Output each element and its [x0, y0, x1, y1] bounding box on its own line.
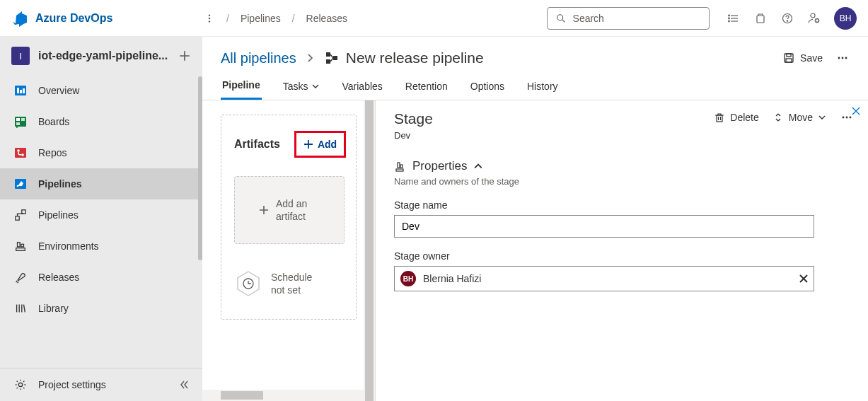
tab-label: History — [527, 81, 558, 92]
sidebar-item-pipelines[interactable]: Pipelines — [0, 168, 202, 199]
stage-name-input[interactable] — [394, 215, 814, 238]
all-pipelines-link[interactable]: All pipelines — [221, 50, 296, 66]
svg-rect-31 — [16, 248, 25, 251]
svg-rect-21 — [16, 118, 20, 121]
sidebar-subitem-environments[interactable]: Environments — [0, 231, 202, 262]
tab-label: Tasks — [283, 81, 308, 92]
search-input[interactable] — [573, 13, 702, 24]
save-label: Save — [800, 52, 823, 64]
pipeline-canvas: Artifacts Add Add an artifact — [202, 100, 375, 401]
project-add-icon[interactable] — [178, 50, 191, 62]
stage-owner-input[interactable]: BH Blernia Hafizi — [394, 266, 814, 291]
repos-icon — [13, 145, 28, 161]
remove-owner-icon[interactable] — [799, 274, 808, 283]
sidebar-subitem-library[interactable]: Library — [0, 293, 202, 324]
svg-rect-29 — [16, 216, 19, 220]
sidebar-item-label: Overview — [38, 85, 79, 96]
sidebar-item-label: Releases — [38, 272, 79, 283]
svg-rect-24 — [15, 148, 26, 158]
properties-toggle[interactable]: Properties — [394, 159, 854, 173]
user-settings-icon[interactable] — [807, 11, 821, 25]
sidebar-item-label: Repos — [38, 147, 66, 158]
search-box[interactable] — [547, 7, 710, 30]
sidebar-item-label: Pipelines — [38, 209, 79, 221]
panel-actions: Delete Move — [714, 110, 854, 124]
canvas-scrollbar-horizontal[interactable] — [202, 390, 364, 401]
svg-point-8 — [729, 15, 730, 16]
close-panel-icon[interactable] — [851, 106, 861, 116]
svg-line-37 — [24, 305, 25, 313]
more-vertical-icon[interactable] — [202, 11, 216, 25]
boards-icon — [13, 114, 28, 129]
tab-variables[interactable]: Variables — [340, 72, 383, 100]
svg-point-28 — [17, 185, 19, 187]
svg-rect-17 — [17, 88, 19, 93]
svg-point-3 — [557, 14, 563, 20]
panel-subheading: Dev — [394, 130, 433, 141]
user-avatar[interactable]: BH — [834, 7, 857, 30]
sidebar-item-label: Boards — [38, 116, 69, 127]
release-pipeline-icon — [325, 51, 339, 65]
breadcrumb-releases[interactable]: Releases — [306, 13, 347, 24]
trash-icon — [714, 112, 724, 122]
svg-point-0 — [209, 14, 210, 16]
move-button[interactable]: Move — [773, 112, 826, 123]
tab-label: Retention — [405, 81, 448, 92]
svg-point-38 — [18, 383, 22, 386]
chevron-down-icon — [312, 83, 319, 90]
more-options-icon[interactable] — [835, 51, 850, 65]
tab-options[interactable]: Options — [469, 72, 506, 100]
svg-rect-23 — [16, 122, 20, 125]
plus-icon — [303, 139, 313, 149]
artifacts-title: Artifacts — [234, 138, 280, 151]
project-settings[interactable]: Project settings — [0, 368, 202, 401]
svg-rect-46 — [786, 59, 792, 62]
move-label: Move — [789, 112, 813, 123]
tab-label: Options — [470, 81, 504, 92]
add-artifact-tile[interactable]: Add an artifact — [234, 176, 345, 244]
sidebar-item-boards[interactable]: Boards — [0, 106, 202, 137]
tab-history[interactable]: History — [526, 72, 560, 100]
list-icon[interactable] — [727, 11, 741, 25]
svg-rect-45 — [787, 54, 791, 57]
sidebar: I iot-edge-yaml-pipeline... Overview Boa… — [0, 37, 202, 401]
schedule-row[interactable]: Schedule not set — [234, 269, 343, 298]
project-row[interactable]: I iot-edge-yaml-pipeline... — [0, 37, 202, 75]
brand-area[interactable]: Azure DevOps — [11, 10, 202, 27]
sidebar-item-overview[interactable]: Overview — [0, 75, 202, 106]
marketplace-icon[interactable] — [753, 11, 768, 25]
svg-point-1 — [209, 17, 210, 18]
sidebar-subitem-pipelines[interactable]: Pipelines — [0, 199, 202, 231]
svg-rect-41 — [333, 56, 337, 60]
sidebar-subitem-releases[interactable]: Releases — [0, 262, 202, 293]
properties-label: Properties — [412, 159, 467, 173]
top-bar: Azure DevOps / Pipelines / Releases — [0, 0, 868, 37]
sidebar-item-label: Pipelines — [38, 178, 81, 190]
sidebar-item-repos[interactable]: Repos — [0, 137, 202, 168]
svg-rect-18 — [20, 90, 22, 93]
delete-button[interactable]: Delete — [714, 112, 758, 123]
collapse-chevron-icon[interactable] — [178, 379, 190, 390]
svg-rect-39 — [326, 52, 330, 57]
help-icon[interactable] — [780, 11, 794, 25]
svg-point-49 — [845, 57, 847, 59]
slash-icon: / — [226, 13, 229, 24]
sidebar-item-label: Library — [38, 303, 69, 314]
add-artifact-button[interactable]: Add — [294, 131, 346, 158]
canvas-scrollbar-vertical[interactable] — [364, 100, 375, 401]
svg-rect-40 — [326, 59, 330, 64]
top-icon-group: BH — [727, 7, 857, 30]
save-button[interactable]: Save — [783, 52, 823, 64]
artifacts-section: Artifacts Add Add an artifact — [221, 115, 357, 320]
svg-point-55 — [850, 117, 852, 119]
breadcrumb-pipelines[interactable]: Pipelines — [241, 13, 281, 24]
library-icon — [13, 301, 28, 316]
tab-pipeline[interactable]: Pipeline — [221, 72, 262, 100]
tab-tasks[interactable]: Tasks — [282, 72, 321, 100]
tab-retention[interactable]: Retention — [404, 72, 449, 100]
svg-rect-32 — [18, 243, 21, 247]
svg-rect-52 — [717, 115, 722, 122]
header-actions: Save — [783, 51, 850, 65]
svg-point-48 — [842, 57, 844, 59]
main-area: All pipelines New release pipeline Save — [202, 37, 868, 401]
